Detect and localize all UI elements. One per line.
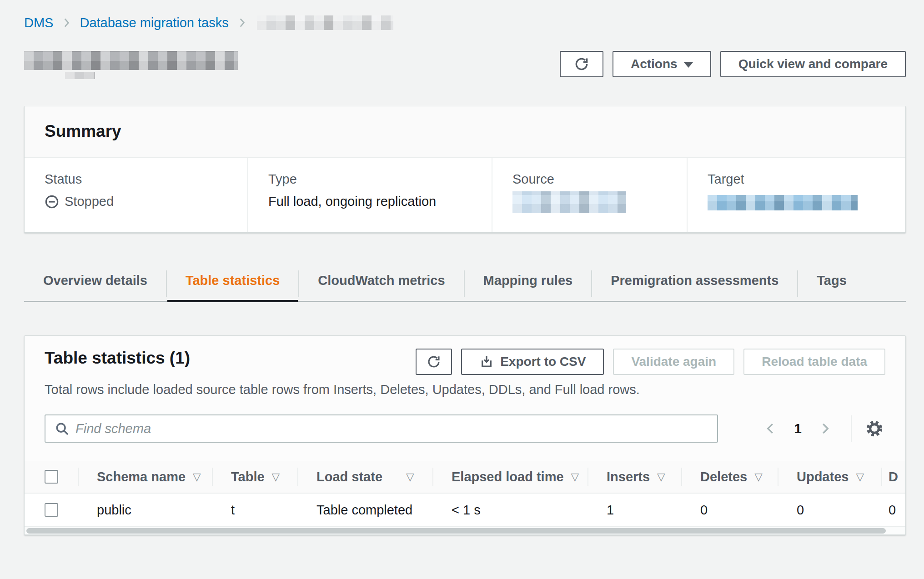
cell-load-state: Table completed [297,503,432,518]
task-tabs: Overview details Table statistics CloudW… [24,268,906,302]
tab-mapping-rules[interactable]: Mapping rules [464,268,592,301]
summary-status-field: Status Stopped [25,158,247,232]
summary-fields: Status Stopped Type Full load, ongoing r… [25,158,905,232]
redacted-task-title [24,51,238,70]
row-checkbox[interactable] [45,503,58,517]
column-label: Table [231,469,265,484]
quick-view-label: Quick view and compare [738,57,888,71]
breadcrumb-dms-link[interactable]: DMS [24,15,53,30]
cell-elapsed-load-time: < 1 s [432,503,588,518]
table-refresh-button[interactable] [416,349,452,375]
column-label: D [889,469,898,484]
export-label: Export to CSV [500,354,586,369]
summary-type-field: Type Full load, ongoing replication [247,158,492,232]
caret-down-icon [684,62,693,68]
export-to-csv-button[interactable]: Export to CSV [461,349,604,375]
find-schema-input[interactable] [45,414,718,443]
tab-table-statistics[interactable]: Table statistics [166,268,299,301]
redacted-task-name-breadcrumb [257,15,393,30]
breadcrumb-tasks-link[interactable]: Database migration tasks [80,15,228,30]
column-header-table[interactable]: Table ▽ [212,469,297,484]
redacted-source-endpoint-link [512,191,626,213]
type-label: Type [268,172,492,187]
quick-view-compare-button[interactable]: Quick view and compare [720,51,906,77]
redacted-task-title-fragment [65,72,95,79]
schema-search [45,414,718,443]
cell-updates: 0 [778,503,881,518]
stopped-status-icon [45,195,59,209]
summary-target-field: Target [687,158,905,232]
column-header-elapsed-load-time[interactable]: Elapsed load time ▽ [432,469,588,484]
page-header: Actions Quick view and compare [24,51,906,79]
column-header-inserts[interactable]: Inserts ▽ [588,469,681,484]
column-label: Inserts [607,469,650,484]
validate-again-button[interactable]: Validate again [613,349,734,375]
sort-icon: ▽ [571,471,579,483]
tab-premigration-assessments[interactable]: Premigration assessments [592,268,798,301]
actions-dropdown-button[interactable]: Actions [613,51,711,77]
column-label: Schema name [97,469,186,484]
reload-table-data-button[interactable]: Reload table data [743,349,885,375]
cell-inserts: 1 [588,503,681,518]
table-statistics-header: Table statistics (1) Export to CSV [25,336,905,461]
column-header-deletes[interactable]: Deletes ▽ [681,469,778,484]
tab-cloudwatch-metrics[interactable]: CloudWatch metrics [299,268,464,301]
target-label: Target [708,172,905,187]
chevron-right-icon [818,422,832,435]
download-icon [479,354,494,369]
header-actions: Actions Quick view and compare [560,51,906,77]
sort-icon: ▽ [272,471,280,483]
type-value: Full load, ongoing replication [268,194,492,209]
status-label: Status [45,172,247,187]
summary-panel-header: Summary [25,106,905,158]
breadcrumb-separator-icon [60,17,72,29]
select-all-checkbox[interactable] [45,470,58,484]
sort-icon: ▽ [406,471,414,483]
refresh-icon [574,56,589,72]
column-header-updates[interactable]: Updates ▽ [778,469,881,484]
summary-title: Summary [45,122,885,141]
previous-page-button[interactable] [759,419,782,438]
tab-tags[interactable]: Tags [798,268,866,301]
column-label: Elapsed load time [452,469,564,484]
cell-deletes: 0 [681,503,778,518]
search-icon [55,421,70,439]
column-label: Updates [797,469,849,484]
sort-icon: ▽ [754,471,763,483]
refresh-button[interactable] [560,51,603,77]
status-value: Stopped [45,194,247,209]
column-header-ddl-cutoff[interactable]: D [881,469,905,484]
summary-panel: Summary Status Stopped Type Full load, o… [24,106,906,233]
breadcrumb-separator-icon [236,17,248,29]
cell-ddl-cutoff: 0 [881,503,905,518]
table-filter-row: 1 [45,414,885,443]
actions-label: Actions [631,57,678,71]
summary-source-field: Source [492,158,687,232]
column-header-schema-name[interactable]: Schema name ▽ [78,469,212,484]
chevron-left-icon [764,422,778,435]
column-header-load-state[interactable]: Load state ▽ [297,469,432,484]
reload-label: Reload table data [762,354,867,369]
next-page-button[interactable] [814,419,836,438]
cell-table: t [212,503,297,518]
page-title-redacted [24,51,238,79]
column-label: Load state [316,469,382,484]
table-statistics-description: Total rows include loaded source table r… [45,382,885,397]
sort-icon: ▽ [657,471,665,483]
cell-schema-name: public [78,503,212,518]
sort-icon: ▽ [193,471,201,483]
tab-overview-details[interactable]: Overview details [24,268,166,301]
header-checkbox-cell [25,470,78,484]
pagination: 1 [759,415,885,442]
horizontal-scrollbar [25,526,905,534]
sort-icon: ▽ [856,471,864,483]
dms-task-page: DMS Database migration tasks Actions [0,0,924,535]
table-statistics-title: Table statistics (1) [45,349,190,368]
horizontal-scrollbar-thumb[interactable] [26,528,886,534]
source-label: Source [512,172,687,187]
table-preferences-button[interactable] [864,418,885,439]
column-label: Deletes [700,469,747,484]
gear-icon [865,419,884,438]
current-page-button[interactable]: 1 [786,421,810,436]
validate-label: Validate again [631,354,716,369]
